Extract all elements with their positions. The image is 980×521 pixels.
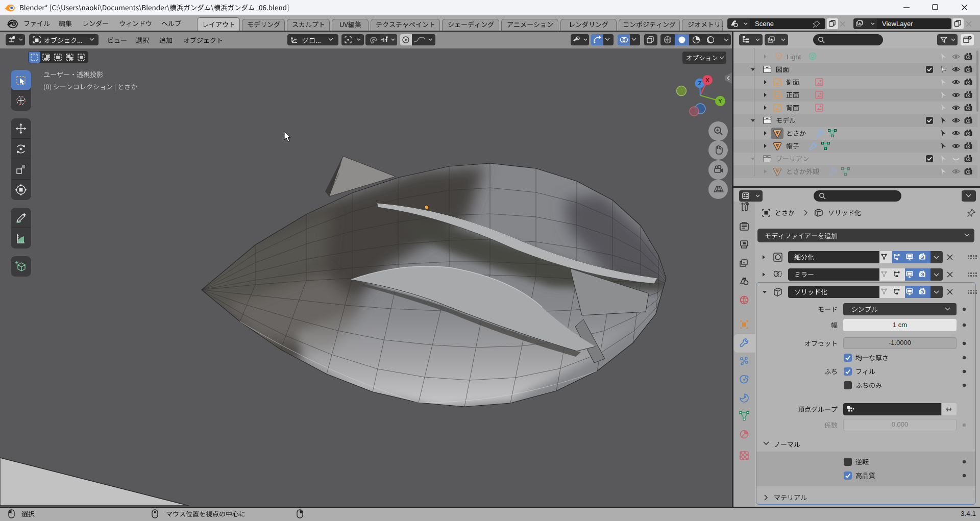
svg-text:X: X	[705, 77, 709, 83]
svg-text:Z: Z	[698, 80, 702, 86]
svg-text:Y: Y	[718, 98, 722, 104]
